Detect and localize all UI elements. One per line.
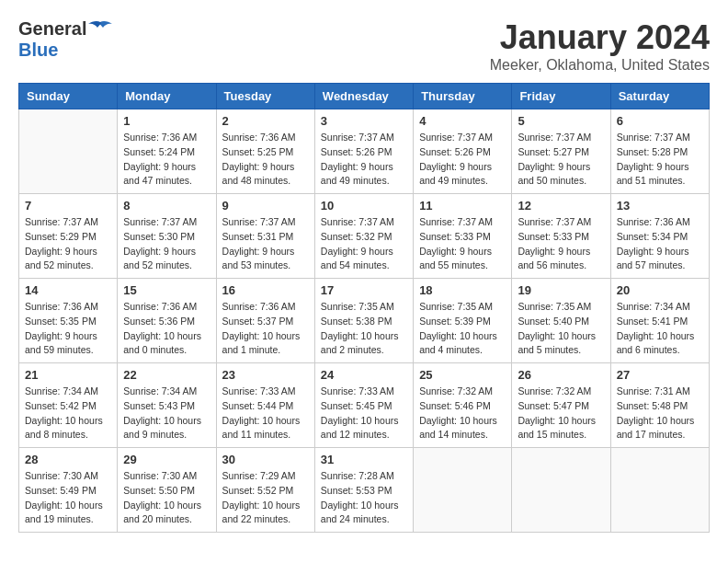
logo-bird-icon: [88, 20, 112, 39]
day-info: Sunrise: 7:37 AM Sunset: 5:33 PM Dayligh…: [518, 215, 604, 273]
day-info: Sunrise: 7:37 AM Sunset: 5:29 PM Dayligh…: [25, 215, 111, 273]
day-number: 20: [617, 283, 703, 297]
day-info: Sunrise: 7:33 AM Sunset: 5:44 PM Dayligh…: [222, 385, 309, 442]
day-number: 8: [123, 199, 210, 213]
calendar-subtitle: Meeker, Oklahoma, United States: [490, 57, 710, 74]
day-number: 21: [25, 368, 111, 382]
day-number: 3: [321, 114, 407, 128]
day-info: Sunrise: 7:37 AM Sunset: 5:33 PM Dayligh…: [419, 215, 506, 273]
day-info: Sunrise: 7:34 AM Sunset: 5:42 PM Dayligh…: [25, 385, 111, 442]
calendar-cell: 2Sunrise: 7:36 AM Sunset: 5:25 PM Daylig…: [216, 109, 314, 194]
calendar-cell: 7Sunrise: 7:37 AM Sunset: 5:29 PM Daylig…: [19, 194, 118, 279]
day-info: Sunrise: 7:35 AM Sunset: 5:38 PM Dayligh…: [321, 300, 407, 358]
day-info: Sunrise: 7:34 AM Sunset: 5:43 PM Dayligh…: [123, 385, 210, 442]
day-info: Sunrise: 7:36 AM Sunset: 5:36 PM Dayligh…: [123, 300, 210, 358]
day-number: 28: [25, 453, 111, 466]
calendar-cell: [19, 109, 118, 194]
calendar-cell: 8Sunrise: 7:37 AM Sunset: 5:30 PM Daylig…: [118, 194, 216, 279]
calendar-cell: 27Sunrise: 7:31 AM Sunset: 5:48 PM Dayli…: [610, 363, 709, 448]
day-info: Sunrise: 7:30 AM Sunset: 5:50 PM Dayligh…: [123, 469, 210, 527]
day-number: 2: [222, 114, 309, 128]
calendar-cell: 22Sunrise: 7:34 AM Sunset: 5:43 PM Dayli…: [118, 363, 216, 448]
calendar-cell: [414, 448, 512, 533]
calendar-header-friday: Friday: [512, 84, 610, 109]
day-number: 18: [419, 283, 506, 297]
calendar-cell: 16Sunrise: 7:36 AM Sunset: 5:37 PM Dayli…: [216, 279, 314, 363]
calendar-header-saturday: Saturday: [610, 84, 709, 109]
logo-general-text: General: [18, 18, 86, 40]
calendar-header-sunday: Sunday: [19, 84, 118, 109]
day-info: Sunrise: 7:33 AM Sunset: 5:45 PM Dayligh…: [321, 385, 407, 442]
day-number: 5: [518, 114, 604, 128]
day-number: 25: [419, 368, 506, 382]
day-info: Sunrise: 7:32 AM Sunset: 5:47 PM Dayligh…: [518, 385, 604, 442]
day-info: Sunrise: 7:32 AM Sunset: 5:46 PM Dayligh…: [419, 385, 506, 442]
day-info: Sunrise: 7:36 AM Sunset: 5:35 PM Dayligh…: [25, 300, 111, 358]
calendar-cell: 4Sunrise: 7:37 AM Sunset: 5:26 PM Daylig…: [414, 109, 512, 194]
day-number: 30: [222, 453, 309, 466]
calendar-cell: 1Sunrise: 7:36 AM Sunset: 5:24 PM Daylig…: [118, 109, 216, 194]
calendar-cell: 11Sunrise: 7:37 AM Sunset: 5:33 PM Dayli…: [414, 194, 512, 279]
calendar-week-row-5: 28Sunrise: 7:30 AM Sunset: 5:49 PM Dayli…: [19, 448, 710, 533]
day-info: Sunrise: 7:35 AM Sunset: 5:39 PM Dayligh…: [419, 300, 506, 358]
day-number: 4: [419, 114, 506, 128]
calendar-week-row-4: 21Sunrise: 7:34 AM Sunset: 5:42 PM Dayli…: [19, 363, 710, 448]
logo: General Blue: [18, 18, 112, 61]
calendar-cell: 14Sunrise: 7:36 AM Sunset: 5:35 PM Dayli…: [19, 279, 118, 363]
logo-line1: General: [18, 18, 112, 40]
calendar-cell: 25Sunrise: 7:32 AM Sunset: 5:46 PM Dayli…: [414, 363, 512, 448]
day-number: 9: [222, 199, 309, 213]
day-number: 12: [518, 199, 604, 213]
day-info: Sunrise: 7:37 AM Sunset: 5:26 PM Dayligh…: [321, 131, 407, 189]
day-info: Sunrise: 7:36 AM Sunset: 5:34 PM Dayligh…: [617, 215, 703, 273]
calendar-cell: 24Sunrise: 7:33 AM Sunset: 5:45 PM Dayli…: [314, 363, 413, 448]
page-header: General Blue January 2024 Meeker, Oklaho…: [18, 18, 710, 74]
day-number: 24: [321, 368, 407, 382]
day-number: 22: [123, 368, 210, 382]
calendar-cell: 12Sunrise: 7:37 AM Sunset: 5:33 PM Dayli…: [512, 194, 610, 279]
calendar-week-row-2: 7Sunrise: 7:37 AM Sunset: 5:29 PM Daylig…: [19, 194, 710, 279]
calendar-cell: 5Sunrise: 7:37 AM Sunset: 5:27 PM Daylig…: [512, 109, 610, 194]
calendar-week-row-3: 14Sunrise: 7:36 AM Sunset: 5:35 PM Dayli…: [19, 279, 710, 363]
calendar-cell: 30Sunrise: 7:29 AM Sunset: 5:52 PM Dayli…: [216, 448, 314, 533]
calendar-cell: 9Sunrise: 7:37 AM Sunset: 5:31 PM Daylig…: [216, 194, 314, 279]
day-info: Sunrise: 7:28 AM Sunset: 5:53 PM Dayligh…: [321, 469, 407, 527]
day-number: 19: [518, 283, 604, 297]
calendar-cell: 29Sunrise: 7:30 AM Sunset: 5:50 PM Dayli…: [118, 448, 216, 533]
day-info: Sunrise: 7:30 AM Sunset: 5:49 PM Dayligh…: [25, 469, 111, 527]
day-number: 29: [123, 453, 210, 466]
calendar-cell: 10Sunrise: 7:37 AM Sunset: 5:32 PM Dayli…: [314, 194, 413, 279]
calendar-week-row-1: 1Sunrise: 7:36 AM Sunset: 5:24 PM Daylig…: [19, 109, 710, 194]
calendar-cell: 23Sunrise: 7:33 AM Sunset: 5:44 PM Dayli…: [216, 363, 314, 448]
calendar-cell: [512, 448, 610, 533]
calendar-header-thursday: Thursday: [414, 84, 512, 109]
day-info: Sunrise: 7:37 AM Sunset: 5:32 PM Dayligh…: [321, 215, 407, 273]
calendar-cell: 20Sunrise: 7:34 AM Sunset: 5:41 PM Dayli…: [610, 279, 709, 363]
day-number: 23: [222, 368, 309, 382]
day-number: 10: [321, 199, 407, 213]
day-info: Sunrise: 7:37 AM Sunset: 5:27 PM Dayligh…: [518, 131, 604, 189]
calendar-cell: 28Sunrise: 7:30 AM Sunset: 5:49 PM Dayli…: [19, 448, 118, 533]
calendar-header-tuesday: Tuesday: [216, 84, 314, 109]
day-number: 17: [321, 283, 407, 297]
day-number: 26: [518, 368, 604, 382]
calendar-cell: 13Sunrise: 7:36 AM Sunset: 5:34 PM Dayli…: [610, 194, 709, 279]
day-number: 13: [617, 199, 703, 213]
calendar-header-wednesday: Wednesday: [314, 84, 413, 109]
calendar-cell: 18Sunrise: 7:35 AM Sunset: 5:39 PM Dayli…: [414, 279, 512, 363]
day-info: Sunrise: 7:36 AM Sunset: 5:37 PM Dayligh…: [222, 300, 309, 358]
day-number: 6: [617, 114, 703, 128]
day-info: Sunrise: 7:37 AM Sunset: 5:28 PM Dayligh…: [617, 131, 703, 189]
day-info: Sunrise: 7:31 AM Sunset: 5:48 PM Dayligh…: [617, 385, 703, 442]
day-info: Sunrise: 7:37 AM Sunset: 5:26 PM Dayligh…: [419, 131, 506, 189]
day-number: 31: [321, 453, 407, 466]
calendar-cell: 15Sunrise: 7:36 AM Sunset: 5:36 PM Dayli…: [118, 279, 216, 363]
calendar-cell: 26Sunrise: 7:32 AM Sunset: 5:47 PM Dayli…: [512, 363, 610, 448]
day-number: 15: [123, 283, 210, 297]
calendar-header-monday: Monday: [118, 84, 216, 109]
day-number: 7: [25, 199, 111, 213]
calendar-cell: [610, 448, 709, 533]
title-section: January 2024 Meeker, Oklahoma, United St…: [490, 18, 710, 74]
day-info: Sunrise: 7:35 AM Sunset: 5:40 PM Dayligh…: [518, 300, 604, 358]
logo-blue-text: Blue: [18, 40, 112, 61]
